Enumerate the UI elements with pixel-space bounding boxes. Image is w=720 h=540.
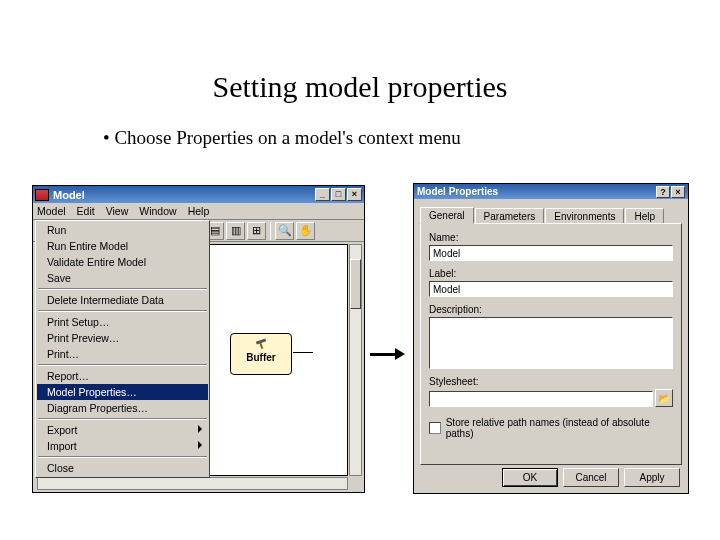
node-label: Buffer [246,352,275,363]
model-properties-dialog: Model Properties ? × General Parameters … [413,183,689,494]
context-menu-item[interactable]: Print… [37,346,208,362]
tool-layout1-icon[interactable]: ▥ [226,222,245,240]
horizontal-scrollbar[interactable] [37,477,348,490]
slide-bullet: • Choose Properties on a model's context… [103,127,461,149]
submenu-arrow-icon [198,425,202,433]
app-icon [35,189,49,201]
context-menu-item[interactable]: Print Setup… [37,314,208,330]
menu-model[interactable]: Model [37,205,66,217]
menu-window[interactable]: Window [139,205,176,217]
maximize-button[interactable]: □ [331,188,346,201]
apply-button[interactable]: Apply [624,468,680,487]
context-menu-separator [38,418,207,420]
context-menu-item[interactable]: Import [37,438,208,454]
scrollbar-thumb[interactable] [350,259,361,309]
context-menu-item[interactable]: Delete Intermediate Data [37,292,208,308]
menu-edit[interactable]: Edit [77,205,95,217]
cancel-button[interactable]: Cancel [563,468,619,487]
context-menu-item[interactable]: Report… [37,368,208,384]
context-menu-item[interactable]: Run [37,222,208,238]
tab-environments[interactable]: Environments [545,208,624,224]
context-menu-item[interactable]: Close [37,460,208,476]
menu-view[interactable]: View [106,205,129,217]
context-menu-item[interactable]: Model Properties… [37,384,208,400]
tab-parameters[interactable]: Parameters [475,208,545,224]
label-description: Description: [429,304,673,315]
browse-stylesheet-button[interactable]: 📂 [655,389,673,407]
hammer-icon [254,338,268,350]
context-menu-separator [38,456,207,458]
vertical-scrollbar[interactable] [349,244,362,476]
menubar[interactable]: Model Edit View Window Help [33,203,364,220]
context-menu-separator [38,288,207,290]
close-button[interactable]: × [347,188,362,201]
dialog-close-button[interactable]: × [671,186,685,198]
input-stylesheet[interactable] [429,391,653,407]
tool-pan-icon[interactable]: ✋ [296,222,315,240]
tab-general[interactable]: General [420,207,474,224]
tool-node-buffer[interactable]: Buffer [230,333,292,375]
tabstrip: General Parameters Environments Help [420,205,682,223]
input-name[interactable] [429,245,673,261]
slide-title: Setting model properties [0,70,720,104]
modelbuilder-title: Model [53,189,85,201]
minimize-button[interactable]: _ [315,188,330,201]
menu-help[interactable]: Help [188,205,210,217]
context-menu-separator [38,310,207,312]
dialog-titlebar[interactable]: Model Properties ? × [414,184,688,199]
node-connector-line [293,352,313,353]
context-menu-separator [38,364,207,366]
dialog-help-button[interactable]: ? [656,186,670,198]
context-menu-item[interactable]: Diagram Properties… [37,400,208,416]
checkbox-relative-paths[interactable] [429,422,441,434]
context-menu-item[interactable]: Validate Entire Model [37,254,208,270]
tool-zoom-icon[interactable]: 🔍 [275,222,294,240]
tabpanel-general: Name: Label: Description: Stylesheet: 📂 … [420,223,682,465]
tool-layout2-icon[interactable]: ⊞ [247,222,266,240]
context-menu-item[interactable]: Print Preview… [37,330,208,346]
checkbox-relative-paths-label: Store relative path names (instead of ab… [446,417,673,439]
modelbuilder-titlebar[interactable]: Model _ □ × [33,186,364,203]
dialog-title: Model Properties [417,186,498,197]
context-menu-item[interactable]: Run Entire Model [37,238,208,254]
folder-icon: 📂 [658,393,670,404]
label-label: Label: [429,268,673,279]
label-name: Name: [429,232,673,243]
ok-button[interactable]: OK [502,468,558,487]
context-menu-item[interactable]: Save [37,270,208,286]
context-menu-item[interactable]: Export [37,422,208,438]
label-stylesheet: Stylesheet: [429,376,673,387]
textarea-description[interactable] [429,317,673,369]
submenu-arrow-icon [198,441,202,449]
flow-arrow-icon [370,348,405,360]
tab-help[interactable]: Help [625,208,664,224]
input-label[interactable] [429,281,673,297]
model-context-menu[interactable]: RunRun Entire ModelValidate Entire Model… [35,220,210,478]
